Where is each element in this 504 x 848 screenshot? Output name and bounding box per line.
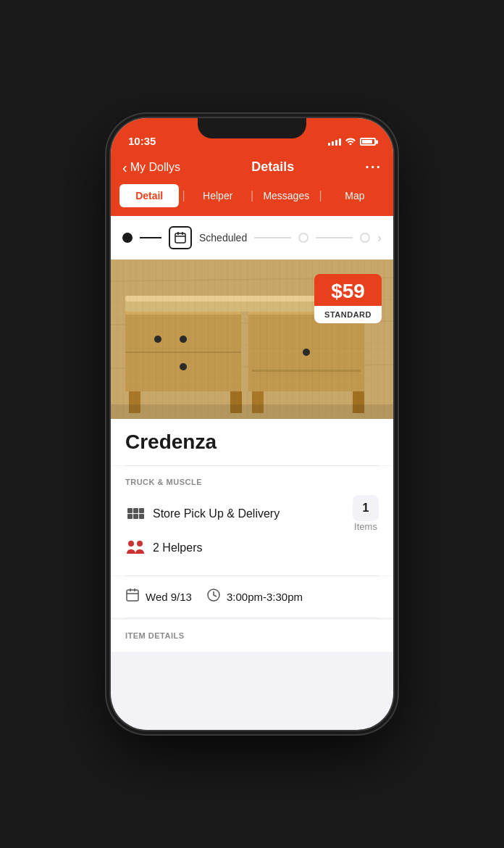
schedule-date-text: Wed 9/13: [146, 591, 192, 603]
progress-tracker: Scheduled ›: [111, 216, 393, 259]
helpers-icon: [125, 539, 146, 557]
progress-line-3: [316, 237, 353, 238]
plan-label: STANDARD: [324, 310, 371, 319]
item-details-section: ITEM DETAILS: [111, 620, 393, 652]
progress-calendar-icon: [169, 226, 192, 249]
back-button[interactable]: ‹ My Dollys: [122, 160, 180, 175]
progress-line-2: [254, 237, 291, 238]
progress-next-icon: ›: [377, 230, 382, 246]
schedule-time: 3:00pm-3:30pm: [206, 588, 303, 606]
progress-step-3: [298, 233, 308, 243]
clock-icon: [206, 588, 221, 606]
phone-screen: 10:35 ‹: [111, 118, 393, 730]
product-name: Credenza: [125, 431, 379, 454]
tab-helper[interactable]: Helper: [188, 184, 248, 207]
tab-divider-1: |: [182, 184, 185, 207]
service-left-pickup: Store Pick Up & Delivery: [125, 505, 280, 523]
tab-messages[interactable]: Messages: [256, 184, 316, 207]
price-amount: $59: [324, 281, 371, 302]
price-badge: $59 STANDARD: [314, 274, 382, 323]
signal-icon: [328, 138, 341, 146]
service-section: TRUCK & MUSCLE Store Pick Up: [111, 466, 393, 575]
calendar-icon: [125, 588, 140, 606]
service-count-col: 1 Items: [353, 495, 379, 532]
service-row-helpers: 2 Helpers: [125, 539, 379, 557]
status-icons: [328, 136, 376, 147]
items-label: Items: [354, 521, 377, 532]
schedule-section: Wed 9/13 3:00pm-3:30pm: [111, 576, 393, 618]
schedule-date: Wed 9/13: [125, 588, 192, 606]
status-time: 10:35: [128, 135, 156, 147]
tab-divider-2: |: [251, 184, 253, 207]
progress-step-4: [360, 233, 370, 243]
service-row-pickup: Store Pick Up & Delivery 1 Items: [125, 495, 379, 532]
notch: [198, 118, 306, 138]
item-count-badge: 1: [353, 495, 379, 521]
battery-icon: [360, 138, 376, 146]
more-button[interactable]: ···: [365, 159, 382, 175]
product-image: $59 STANDARD: [111, 259, 393, 419]
service-category-label: TRUCK & MUSCLE: [125, 478, 379, 486]
back-label: My Dollys: [130, 161, 180, 174]
app-header: ‹ My Dollys Details ···: [111, 153, 393, 184]
tab-divider-3: |: [319, 184, 322, 207]
back-chevron-icon: ‹: [122, 160, 127, 175]
svg-rect-0: [175, 233, 185, 243]
page-title: Details: [251, 159, 294, 175]
svg-point-28: [137, 541, 143, 546]
tab-detail[interactable]: Detail: [119, 184, 179, 207]
progress-step-1: [122, 233, 133, 243]
svg-rect-29: [127, 590, 138, 601]
pickup-service-name: Store Pick Up & Delivery: [153, 507, 280, 520]
tab-map[interactable]: Map: [325, 184, 385, 207]
tab-bar: Detail | Helper | Messages | Map: [111, 184, 393, 216]
service-left-helpers: 2 Helpers: [125, 539, 202, 557]
plan-container: STANDARD: [314, 306, 382, 323]
item-details-label: ITEM DETAILS: [125, 631, 379, 640]
divider-3: [125, 618, 379, 618]
schedule-time-text: 3:00pm-3:30pm: [227, 591, 303, 603]
svg-point-27: [128, 541, 134, 546]
helpers-service-name: 2 Helpers: [153, 541, 202, 554]
progress-line-1: [140, 237, 161, 238]
wifi-icon: [345, 136, 356, 147]
progress-status: Scheduled: [199, 232, 247, 244]
phone-frame: 10:35 ‹: [111, 118, 393, 730]
store-grid-icon: [125, 505, 146, 523]
product-name-section: Credenza: [111, 419, 393, 465]
